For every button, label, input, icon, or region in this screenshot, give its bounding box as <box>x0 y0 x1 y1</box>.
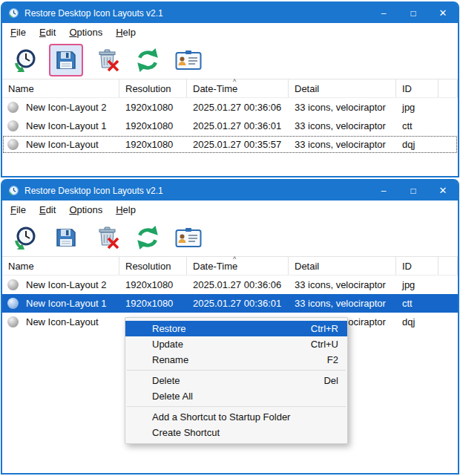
close-button[interactable]: ✕ <box>428 3 458 23</box>
app-icon[interactable] <box>8 185 19 196</box>
save-floppy-icon <box>54 226 78 250</box>
menu-help[interactable]: Help <box>109 23 142 41</box>
save-floppy-icon <box>54 48 78 72</box>
refresh-icon <box>134 224 161 251</box>
menu-bar: File Edit Options Help <box>2 23 458 41</box>
context-menu-delete[interactable]: Delete Del <box>125 373 347 388</box>
table-row-focused[interactable]: New Icon-Layout 1920x1080 2025.01.27 00:… <box>2 135 458 154</box>
menu-bar: File Edit Options Help <box>2 200 458 218</box>
menu-separator <box>127 406 346 407</box>
minimize-button[interactable]: – <box>369 3 398 23</box>
refresh-button[interactable] <box>131 221 165 254</box>
maximize-button[interactable]: □ <box>398 3 428 23</box>
header-id[interactable]: ID <box>396 257 438 275</box>
header-datetime[interactable]: ^Date-Time <box>187 257 289 275</box>
close-button[interactable]: ✕ <box>428 180 458 200</box>
menu-options[interactable]: Options <box>62 23 109 41</box>
context-menu-create-shortcut[interactable]: Create Shortcut <box>125 425 347 440</box>
header-filler <box>438 257 458 275</box>
app-icon[interactable] <box>8 7 19 19</box>
toolbar <box>2 41 458 79</box>
title-bar: Restore Desktop Icon Layouts v2.1 – □ ✕ <box>2 3 458 23</box>
menu-options[interactable]: Options <box>62 200 109 218</box>
table-row[interactable]: New Icon-Layout 1 1920x1080 2025.01.27 0… <box>2 117 458 135</box>
delete-button[interactable] <box>90 221 124 254</box>
table-header: Name Resolution ^Date-Time Detail ID <box>2 257 458 276</box>
details-button[interactable] <box>171 44 206 76</box>
restore-clock-icon <box>13 225 38 250</box>
maximize-button[interactable]: □ <box>398 180 428 200</box>
layout-sphere-icon <box>7 298 19 309</box>
details-card-icon <box>175 50 202 71</box>
shortcut-label: F2 <box>327 354 338 365</box>
refresh-button[interactable] <box>131 44 165 76</box>
toolbar <box>2 218 458 257</box>
delete-button[interactable] <box>90 44 124 76</box>
sort-asc-icon: ^ <box>233 256 236 263</box>
header-filler <box>438 79 458 97</box>
title-bar: Restore Desktop Icon Layouts v2.1 – □ ✕ <box>2 180 458 200</box>
table-header: Name Resolution ^Date-Time Detail ID <box>2 79 458 98</box>
save-button[interactable] <box>49 44 83 76</box>
header-id[interactable]: ID <box>396 79 438 97</box>
delete-trash-icon <box>94 48 119 73</box>
table-row[interactable]: New Icon-Layout 2 1920x1080 2025.01.27 0… <box>2 276 458 294</box>
window-title: Restore Desktop Icon Layouts v2.1 <box>24 186 364 196</box>
layout-sphere-icon <box>7 279 19 290</box>
header-detail[interactable]: Detail <box>289 79 396 97</box>
minimize-button[interactable]: – <box>369 180 398 200</box>
sort-asc-icon: ^ <box>233 79 236 85</box>
menu-edit[interactable]: Edit <box>33 200 62 218</box>
context-menu-delete-all[interactable]: Delete All <box>125 388 347 404</box>
restore-button[interactable] <box>8 44 42 76</box>
details-button[interactable] <box>171 221 206 254</box>
header-resolution[interactable]: Resolution <box>119 79 187 97</box>
menu-help[interactable]: Help <box>109 200 142 218</box>
delete-trash-icon <box>94 225 119 250</box>
menu-edit[interactable]: Edit <box>33 23 62 41</box>
menu-file[interactable]: File <box>4 23 33 41</box>
details-card-icon <box>175 227 202 248</box>
layout-table: Name Resolution ^Date-Time Detail ID New… <box>2 79 458 154</box>
shortcut-label: Ctrl+R <box>311 323 338 334</box>
window-controls: – □ ✕ <box>369 180 458 200</box>
context-menu-update[interactable]: Update Ctrl+U <box>125 336 347 352</box>
restore-clock-icon <box>13 48 38 73</box>
context-menu-add-shortcut-startup[interactable]: Add a Shortcut to Startup Folder <box>125 409 347 425</box>
table-row[interactable]: New Icon-Layout 2 1920x1080 2025.01.27 0… <box>2 98 458 117</box>
context-menu-rename[interactable]: Rename F2 <box>125 352 347 368</box>
table-row-selected[interactable]: New Icon-Layout 1 1920x1080 2025.01.27 0… <box>2 294 458 313</box>
layout-sphere-icon <box>7 120 19 131</box>
header-name[interactable]: Name <box>2 257 119 275</box>
shortcut-label: Ctrl+U <box>311 339 338 350</box>
shortcut-label: Del <box>323 375 338 386</box>
layout-sphere-icon <box>7 102 19 113</box>
app-window-top: Restore Desktop Icon Layouts v2.1 – □ ✕ … <box>1 1 459 177</box>
refresh-icon <box>134 47 161 74</box>
context-menu: Restore Ctrl+R Update Ctrl+U Rename F2 D… <box>125 317 348 444</box>
header-detail[interactable]: Detail <box>289 257 396 275</box>
window-controls: – □ ✕ <box>369 3 458 23</box>
header-datetime[interactable]: ^Date-Time <box>187 79 289 97</box>
app-window-bottom: Restore Desktop Icon Layouts v2.1 – □ ✕ … <box>1 179 459 475</box>
restore-button[interactable] <box>8 221 42 254</box>
save-button[interactable] <box>49 221 83 254</box>
context-menu-restore[interactable]: Restore Ctrl+R <box>125 321 347 336</box>
menu-file[interactable]: File <box>4 200 33 218</box>
layout-sphere-icon <box>7 316 19 327</box>
header-name[interactable]: Name <box>2 79 119 97</box>
header-resolution[interactable]: Resolution <box>119 257 187 275</box>
window-title: Restore Desktop Icon Layouts v2.1 <box>24 8 364 19</box>
layout-sphere-icon <box>7 139 19 150</box>
menu-separator <box>127 370 346 371</box>
